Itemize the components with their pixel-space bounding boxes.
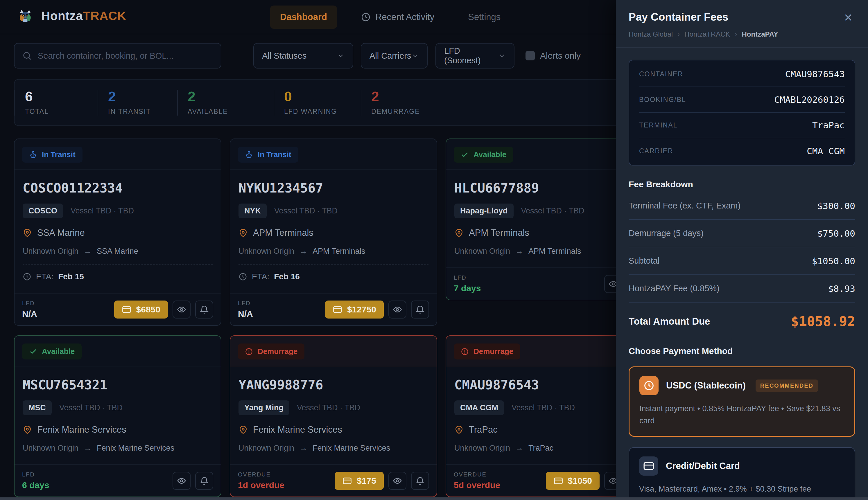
search-box: [14, 43, 221, 69]
route: Unknown Origin→Fenix Marine Services: [23, 444, 213, 453]
divider: [238, 264, 428, 264]
card-status-row: In Transit: [230, 139, 437, 170]
card-footer: OVERDUE 1d overdue $175: [230, 464, 437, 497]
route: Unknown Origin→Fenix Marine Services: [238, 444, 428, 453]
stat-block: 2 DEMURRAGE: [361, 90, 439, 116]
card-body: NYKU1234567 NYK Vessel TBD · TBD APM Ter…: [230, 170, 437, 293]
watch-button[interactable]: [172, 472, 191, 490]
sort-select[interactable]: LFD (Soonest): [436, 43, 515, 69]
checkbox-icon[interactable]: [526, 51, 535, 60]
clock-icon: [238, 272, 247, 281]
route: Unknown Origin→SSA Marine: [23, 247, 213, 256]
clock-icon: [23, 272, 31, 281]
anchor-icon: [29, 151, 37, 159]
container-card[interactable]: In Transit COSCO01122334 COSCO Vessel TB…: [14, 138, 221, 326]
status-badge: Demurrage: [454, 343, 520, 360]
chevron-down-icon: [337, 52, 345, 59]
panel-title: Pay Container Fees: [629, 11, 728, 23]
map-pin-icon: [454, 228, 464, 238]
total-amount-value: $1058.92: [791, 314, 855, 329]
brand: HontzaTRACK: [17, 8, 126, 24]
fee-row: Demurrage (5 days) $750.00: [629, 220, 855, 247]
anchor-icon: [245, 151, 253, 159]
detail-row: CONTAINER CMAU9876543: [639, 61, 845, 87]
container-card[interactable]: Demurrage YANG9988776 Yang Ming Vessel T…: [230, 336, 437, 497]
eye-icon: [177, 476, 186, 486]
alerts-only-toggle[interactable]: Alerts only: [526, 51, 581, 61]
carrier-chip: COSCO: [23, 204, 63, 218]
card-body: COSCO01122334 COSCO Vessel TBD · TBD SSA…: [14, 170, 221, 293]
horizontal-scrollbar[interactable]: [0, 497, 868, 500]
nav-tab-settings[interactable]: Settings: [458, 5, 510, 29]
container-id: COSCO01122334: [23, 181, 213, 195]
alert-bell-button[interactable]: [195, 300, 213, 319]
credit-card-icon: [122, 305, 132, 315]
card-description: Visa, Mastercard, Amex • 2.9% + $0.30 St…: [639, 483, 845, 495]
alert-bell-button[interactable]: [195, 472, 213, 490]
container-id: MSCU7654321: [23, 377, 213, 392]
watch-button[interactable]: [172, 300, 191, 319]
terminal-name: Fenix Marine Services: [253, 424, 342, 435]
alert-bell-button[interactable]: [411, 300, 429, 319]
search-input[interactable]: [38, 51, 213, 61]
total-amount-row: Total Amount Due $1058.92: [629, 314, 855, 329]
map-pin-icon: [238, 425, 248, 434]
status-badge: Available: [22, 343, 82, 360]
eye-icon: [393, 476, 402, 486]
fee-breakdown-list: Terminal Fee (ex. CTF, Exam) $300.00 Dem…: [629, 192, 855, 303]
map-pin-icon: [23, 228, 32, 238]
status-filter-select[interactable]: All Statuses: [253, 43, 353, 69]
map-pin-icon: [238, 228, 248, 238]
status-badge: In Transit: [22, 147, 82, 162]
vessel-info: Vessel TBD · TBD: [274, 206, 338, 215]
map-pin-icon: [23, 425, 32, 434]
app-title: HontzaTRACK: [41, 9, 126, 23]
carrier-chip: CMA CGM: [454, 400, 504, 415]
nav-tab-recent-activity[interactable]: Recent Activity: [351, 5, 444, 29]
search-icon: [22, 51, 32, 61]
breadcrumb-item[interactable]: HontzaTRACK: [685, 30, 730, 38]
payment-method-card[interactable]: Credit/Debit Card Visa, Mastercard, Amex…: [629, 447, 855, 500]
container-details-card: CONTAINER CMAU9876543 BOOKING/BL CMABL20…: [629, 60, 855, 166]
carrier-chip: NYK: [238, 204, 267, 218]
bell-icon: [200, 305, 209, 314]
card-footer: LFD N/A $12750: [230, 293, 437, 325]
pay-fee-button[interactable]: $175: [335, 472, 384, 490]
container-card-grid: In Transit COSCO01122334 COSCO Vessel TB…: [14, 138, 653, 497]
eta-row: ETA: Feb 16: [238, 272, 428, 281]
breadcrumb: Hontza Global › HontzaTRACK › HontzaPAY: [629, 30, 855, 38]
recommended-badge: RECOMMENDED: [756, 379, 818, 392]
pay-fee-button[interactable]: $1050: [546, 472, 600, 490]
nav-tab-dashboard[interactable]: Dashboard: [270, 5, 337, 29]
card-body: MSCU7654321 MSC Vessel TBD · TBD Fenix M…: [14, 366, 221, 464]
vessel-info: Vessel TBD · TBD: [511, 403, 575, 412]
alert-bell-button[interactable]: [411, 472, 429, 490]
instant-clock-icon: [639, 376, 658, 395]
close-button[interactable]: ✕: [841, 11, 855, 24]
container-card[interactable]: Available MSCU7654321 MSC Vessel TBD · T…: [14, 336, 221, 497]
carrier-filter-select[interactable]: All Carriers: [361, 43, 428, 69]
eta-row: ETA: Feb 15: [23, 272, 213, 281]
vessel-info: Vessel TBD · TBD: [59, 403, 123, 412]
bell-icon: [415, 476, 425, 486]
breadcrumb-item[interactable]: Hontza Global: [629, 30, 673, 38]
watch-button[interactable]: [388, 472, 406, 490]
container-card[interactable]: In Transit NYKU1234567 NYK Vessel TBD · …: [230, 138, 437, 326]
clock-icon: [361, 12, 371, 22]
vessel-info: Vessel TBD · TBD: [521, 206, 585, 215]
stat-block: 2 AVAILABLE: [177, 90, 274, 116]
alert-circle-icon: [245, 348, 253, 356]
watch-button[interactable]: [388, 300, 406, 319]
status-badge: In Transit: [238, 147, 298, 162]
container-id: NYKU1234567: [238, 181, 428, 195]
terminal-name: SSA Marine: [37, 228, 85, 238]
terminal-name: TraPac: [469, 424, 498, 435]
fee-breakdown-title: Fee Breakdown: [629, 180, 855, 189]
pay-fee-button[interactable]: $12750: [325, 300, 384, 319]
pay-fee-button[interactable]: $6850: [114, 300, 168, 319]
container-id: YANG9988776: [238, 377, 428, 392]
payment-method-usdc[interactable]: USDC (Stablecoin) RECOMMENDED Instant pa…: [629, 366, 855, 437]
card-footer: LFD N/A $6850: [14, 293, 221, 325]
card-body: YANG9988776 Yang Ming Vessel TBD · TBD F…: [230, 366, 437, 464]
card-footer: LFD 6 days: [14, 464, 221, 497]
